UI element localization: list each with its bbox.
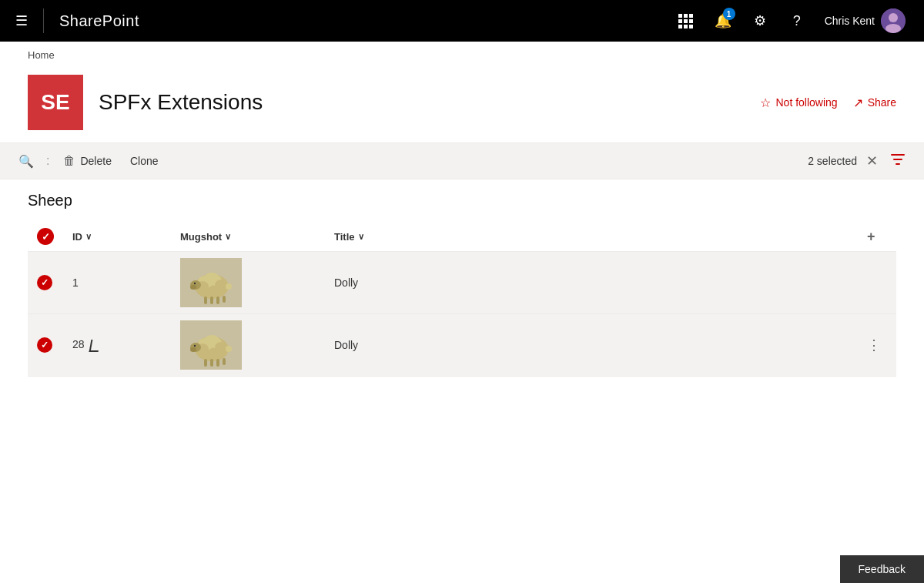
list-title: Sheep: [28, 192, 896, 209]
col-header-title: Title ∨: [325, 222, 858, 252]
col-title-label: Title: [334, 231, 355, 243]
svg-point-16: [226, 283, 232, 290]
hamburger-menu[interactable]: ☰: [9, 6, 34, 35]
clone-label: Clone: [130, 155, 159, 167]
breadcrumb-home[interactable]: Home: [28, 49, 55, 61]
row1-id: 1: [63, 252, 171, 314]
sheep-svg-1: [182, 260, 239, 305]
row2-title-value: Dolly: [334, 339, 358, 351]
row2-id: 28: [63, 314, 171, 377]
top-navigation: ☰ SharePoint 🔔 1 ⚙ ? Chris Kent: [0, 0, 924, 42]
user-profile-button[interactable]: Chris Kent: [815, 0, 915, 42]
brand-name: SharePoint: [53, 12, 661, 30]
share-button[interactable]: ↗ Share: [853, 95, 896, 110]
share-icon: ↗: [853, 95, 863, 110]
selected-count: 2 selected ✕: [808, 149, 881, 173]
row1-sheep-image: [180, 258, 242, 307]
select-all-checkbox[interactable]: ✓: [37, 228, 54, 245]
list-toolbar: 🔍 : 🗑 Delete Clone 2 selected ✕: [0, 142, 924, 179]
svg-rect-28: [216, 359, 219, 367]
not-following-button[interactable]: ☆ Not following: [760, 95, 837, 110]
col-header-mugshot: Mugshot ∨: [171, 222, 325, 252]
svg-point-2: [886, 24, 901, 33]
row2-context-menu-button[interactable]: ⋮: [867, 337, 887, 353]
row2-actions: ⋮: [858, 314, 896, 377]
row2-id-value: 28: [72, 338, 85, 350]
col-id-sort-icon: ∨: [85, 232, 92, 242]
clear-selection-button[interactable]: ✕: [863, 149, 881, 173]
svg-point-6: [215, 280, 227, 290]
col-header-check: ✓: [28, 222, 63, 252]
svg-rect-14: [216, 297, 219, 304]
svg-rect-27: [210, 359, 213, 367]
svg-point-30: [226, 346, 232, 352]
sheep-svg-2: [182, 323, 239, 367]
cursor-indicator: [89, 340, 101, 352]
nav-right-actions: 🔔 1 ⚙ ? Chris Kent: [668, 0, 915, 42]
site-logo: SE: [28, 75, 83, 130]
feedback-button[interactable]: Feedback: [840, 555, 924, 583]
svg-point-1: [889, 13, 898, 22]
delete-icon: 🗑: [63, 154, 75, 168]
row1-mugshot: [171, 252, 325, 314]
col-title-sort[interactable]: Title ∨: [334, 231, 849, 243]
list-section: Sheep ✓ ID ∨ Mugshot ∨: [0, 179, 924, 377]
share-label: Share: [868, 96, 896, 109]
row2-title: Dolly: [325, 314, 858, 377]
row1-checkbox[interactable]: ✓: [28, 252, 63, 314]
col-id-sort[interactable]: ID ∨: [72, 231, 162, 243]
user-name-label: Chris Kent: [825, 15, 875, 27]
row1-actions: [858, 252, 896, 314]
nav-divider: [43, 8, 44, 33]
notification-badge: 1: [723, 8, 735, 20]
col-mugshot-sort[interactable]: Mugshot ∨: [180, 231, 316, 243]
col-mugshot-sort-icon: ∨: [225, 232, 231, 242]
notification-bell-button[interactable]: 🔔 1: [705, 0, 742, 42]
add-column-icon[interactable]: +: [867, 229, 875, 244]
filter-icon-button[interactable]: [884, 149, 912, 174]
search-icon-button[interactable]: 🔍: [12, 147, 40, 175]
user-avatar: [881, 8, 906, 33]
table-header-row: ✓ ID ∨ Mugshot ∨ Title: [28, 222, 896, 252]
row1-title-value: Dolly: [334, 276, 358, 289]
row2-sheep-image: [180, 320, 242, 370]
row1-id-value: 1: [72, 276, 79, 289]
svg-point-11: [194, 283, 196, 284]
svg-rect-26: [204, 359, 207, 367]
svg-point-22: [205, 335, 219, 344]
breadcrumb: Home: [0, 42, 924, 69]
table-row: ✓ 28: [28, 314, 896, 377]
delete-label: Delete: [80, 155, 111, 167]
col-mugshot-label: Mugshot: [180, 231, 222, 243]
toolbar-separator: :: [46, 154, 49, 168]
row2-mugshot: [171, 314, 325, 377]
svg-point-8: [205, 273, 219, 282]
not-following-label: Not following: [775, 96, 837, 109]
star-icon: ☆: [760, 95, 771, 110]
svg-rect-29: [223, 358, 226, 365]
table-row: ✓ 1: [28, 252, 896, 314]
svg-rect-15: [223, 296, 226, 303]
row1-check-circle[interactable]: ✓: [37, 275, 52, 290]
site-header: SE SPFx Extensions ☆ Not following ↗ Sha…: [0, 69, 924, 142]
svg-rect-12: [204, 297, 207, 304]
waffle-grid-icon: [678, 14, 693, 28]
svg-point-25: [194, 345, 196, 347]
clone-button[interactable]: Clone: [122, 150, 166, 172]
col-header-id: ID ∨: [63, 222, 171, 252]
svg-point-24: [190, 347, 196, 352]
selected-count-text: 2 selected: [808, 155, 857, 167]
waffle-icon-button[interactable]: [668, 0, 705, 42]
svg-point-20: [215, 342, 227, 353]
help-question-button[interactable]: ?: [778, 0, 815, 42]
row2-check-circle[interactable]: ✓: [37, 337, 52, 353]
settings-gear-button[interactable]: ⚙: [742, 0, 778, 42]
site-actions: ☆ Not following ↗ Share: [760, 95, 896, 110]
row2-checkbox[interactable]: ✓: [28, 314, 63, 377]
col-title-sort-icon: ∨: [358, 232, 364, 242]
site-title: SPFx Extensions: [99, 90, 745, 115]
delete-button[interactable]: 🗑 Delete: [55, 149, 119, 173]
sheep-list-table: ✓ ID ∨ Mugshot ∨ Title: [28, 222, 896, 377]
col-id-label: ID: [72, 231, 82, 243]
svg-rect-13: [210, 297, 213, 304]
